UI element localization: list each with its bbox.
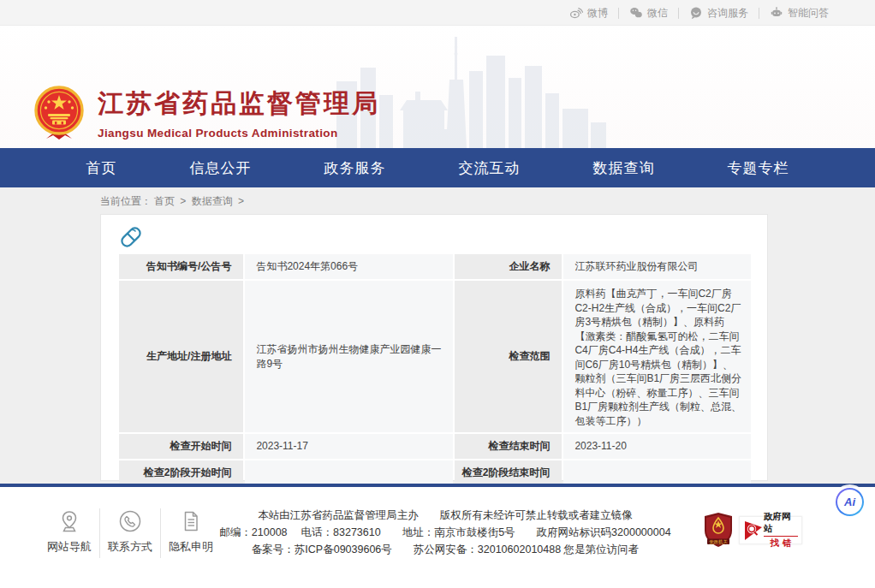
address-value: 江苏省扬州市扬州生物健康产业园健康一路9号 [245,281,453,432]
scope-label: 检查范围 [455,281,562,432]
consult-service-link[interactable]: 咨询服务 [679,6,759,21]
robot-icon [770,6,783,20]
nav-item-info-disclosure[interactable]: 信息公开 [190,158,252,178]
address-label: 生产地址/注册地址 [119,281,243,432]
start-time-label: 检查开始时间 [119,434,243,459]
table-row: 告知书编号/公告号 告知书2024年第066号 企业名称 江苏联环药业股份有限公… [119,254,751,279]
end-time-label: 检查结束时间 [455,434,562,459]
footer-line-host: 本站由江苏省药品监督管理局主办 版权所有未经许可禁止转载或者建立镜像 [201,507,689,524]
weibo-icon [569,6,583,20]
breadcrumb: 当前位置：首页 > 数据查询 > [100,194,247,209]
top-utility-bar: 微博 微信 咨询服务 [0,0,875,26]
nav-item-home[interactable]: 首页 [86,158,117,178]
error-badge-line2: 找错 [771,538,795,549]
site-subtitle: Jiangsu Medical Products Administration [98,127,380,140]
footer-info: 本站由江苏省药品监督管理局主办 版权所有未经许可禁止转载或者建立镜像 邮编：21… [201,507,689,558]
contact-link[interactable]: 联系方式 [100,506,160,558]
error-badge-line1: 政府网站 [764,511,798,537]
phone-icon [118,509,142,533]
stage2-end-label: 检查2阶段结束时间 [455,460,562,485]
inspection-detail-card: 告知书编号/公告号 告知书2024年第066号 企业名称 江苏联环药业股份有限公… [100,214,768,481]
party-gov-badge[interactable]: 党政机关 [704,512,733,548]
wechat-icon [629,6,643,20]
map-pin-icon [57,509,81,533]
site-footer: 网站导航 联系方式 隐私申明 [0,487,875,588]
ai-assistant-button[interactable]: Ai [836,488,864,516]
nav-item-interaction[interactable]: 交流互动 [459,158,521,178]
footer-nav: 网站导航 联系方式 隐私申明 [39,506,221,558]
smart-qa-link[interactable]: 智能问答 [759,6,839,21]
breadcrumb-separator: > [238,195,244,207]
site-header: 江苏省药品监督管理局 Jiangsu Medical Products Admi… [0,26,875,148]
national-emblem-logo[interactable] [34,86,84,140]
wechat-label: 微信 [647,6,668,21]
breadcrumb-prefix: 当前位置： [100,195,152,207]
table-row: 生产地址/注册地址 江苏省扬州市扬州生物健康产业园健康一路9号 检查范围 原料药… [119,281,751,432]
footer-line-icp: 备案号：苏ICP备09039606号 苏公网安备：32010602010488 … [201,541,689,558]
chat-bubble-icon [689,6,703,20]
weibo-label: 微博 [587,6,608,21]
svg-text:党政机关: 党政机关 [709,539,728,545]
footer-line-contact: 邮编：210008 电话：83273610 地址：南京市鼓楼街5号 政府网站标识… [201,524,689,541]
end-time-value: 2023-11-20 [563,434,751,459]
gov-site-error-report-badge[interactable]: 政府网站 找错 [739,516,802,544]
start-time-value: 2023-11-17 [245,434,453,459]
table-row: 检查开始时间 2023-11-17 检查结束时间 2023-11-20 [119,434,751,459]
site-map-link[interactable]: 网站导航 [39,506,99,558]
document-icon [179,509,203,533]
site-title: 江苏省药品监督管理局 [98,86,380,122]
nav-item-data-query[interactable]: 数据查询 [593,158,655,178]
stage2-start-value [245,460,453,485]
nav-item-special-topics[interactable]: 专题专栏 [728,158,789,178]
site-map-label: 网站导航 [47,539,92,555]
brand-text: 江苏省药品监督管理局 Jiangsu Medical Products Admi… [98,86,380,140]
weibo-link[interactable]: 微博 [559,6,618,21]
brand: 江苏省药品监督管理局 Jiangsu Medical Products Admi… [34,86,380,140]
main-nav: 首页 信息公开 政务服务 交流互动 数据查询 专题专栏 [0,148,875,187]
error-badge-text: 政府网站 找错 [764,511,798,549]
stage2-end-value [563,460,751,485]
page: 微博 微信 咨询服务 [0,0,875,588]
topbar-links: 微博 微信 咨询服务 [559,0,839,26]
nav-item-gov-services[interactable]: 政务服务 [324,158,386,178]
contact-label: 联系方式 [108,539,152,555]
stage2-start-label: 检查2阶段开始时间 [119,460,243,485]
wechat-link[interactable]: 微信 [619,6,678,21]
notice-number-label: 告知书编号/公告号 [119,254,243,279]
scope-value: 原料药【曲克芦丁，一车间C2厂房C2-H2生产线（合成），一车间C2厂房3号精烘… [563,281,751,432]
breadcrumb-data-query-link[interactable]: 数据查询 [192,195,233,207]
capsule-icon [116,223,146,252]
smart-qa-label: 智能问答 [788,6,829,21]
magnifier-flag-icon [743,520,764,542]
consult-service-label: 咨询服务 [707,6,748,21]
breadcrumb-home-link[interactable]: 首页 [154,195,175,207]
company-name-label: 企业名称 [455,254,562,279]
notice-number-value: 告知书2024年第066号 [245,254,453,279]
table-row: 检查2阶段开始时间 检查2阶段结束时间 [119,460,751,485]
breadcrumb-separator: > [180,195,186,207]
company-name-value: 江苏联环药业股份有限公司 [563,254,751,279]
